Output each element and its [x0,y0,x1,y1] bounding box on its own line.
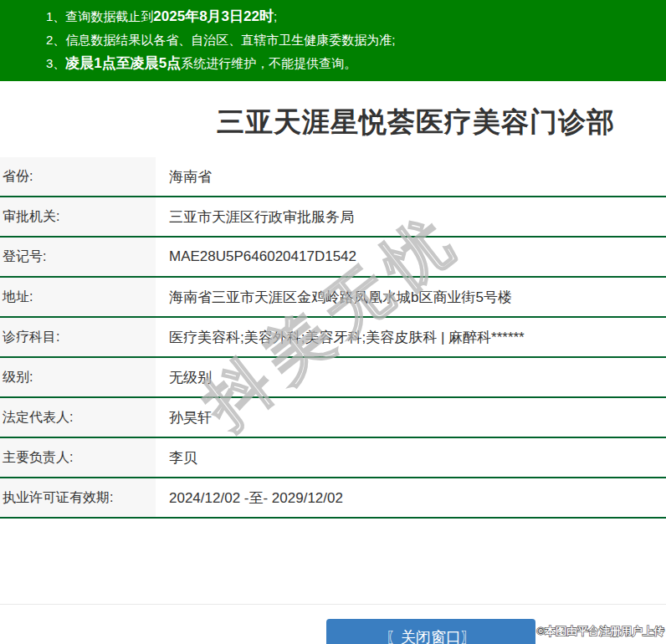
row-value: 医疗美容科;美容外科;美容牙科;美容皮肤科 | 麻醉科****** [156,318,525,356]
row-label: 审批机关: [0,197,156,236]
row-value: 孙昊轩 [156,398,212,437]
row-label: 执业许可证有效期: [0,478,156,517]
table-row-clinical-departments: 诊疗科目: 医疗美容科;美容外科;美容牙科;美容皮肤科 | 麻醉科****** [0,318,666,358]
notice-bold-text: 凌晨1点至凌晨5点 [65,55,181,71]
close-window-button[interactable]: 〖关闭窗口〗 [326,619,535,644]
footer-bar: 〖关闭窗口〗 ©本图由平台注册用户上传 [0,604,666,644]
title-area: 三亚天涯星悦荟医疗美容门诊部 [0,81,666,157]
notice-text: 3、 [46,56,65,70]
page-title: 三亚天涯星悦荟医疗美容门诊部 [217,106,615,137]
table-row-registration-number: 登记号: MAE28U5P646020417D1542 [0,238,666,278]
institution-info-table: 省份: 海南省 审批机关: 三亚市天涯区行政审批服务局 登记号: MAE28U5… [0,157,666,519]
table-row-address: 地址: 海南省三亚市天涯区金鸡岭路凤凰水城b区商业街5号楼 [0,278,666,318]
row-value: 海南省 [156,157,212,196]
row-label: 省份: [0,157,156,196]
notice-line-3: 3、凌晨1点至凌晨5点系统进行维护，不能提供查询。 [46,52,666,75]
row-value: 无级别 [156,358,212,396]
row-value: 三亚市天涯区行政审批服务局 [156,197,354,236]
notice-line-2: 2、信息数据结果以各省、自治区、直辖市卫生健康委数据为准; [46,28,666,52]
upload-credit-text: ©本图由平台注册用户上传 [536,624,664,639]
table-row-level: 级别: 无级别 [0,358,666,398]
table-row-approval-authority: 审批机关: 三亚市天涯区行政审批服务局 [0,197,666,238]
row-label: 级别: [0,358,156,396]
notice-bold-text: 2025年8月3日22时 [153,8,274,24]
row-label: 主要负责人: [0,438,156,477]
table-row-legal-representative: 法定代表人: 孙昊轩 [0,398,666,438]
notice-line-1: 1、查询数据截止到2025年8月3日22时; [46,5,666,28]
table-row-principal: 主要负责人: 李贝 [0,438,666,478]
row-label: 地址: [0,278,156,316]
row-label: 登记号: [0,238,156,276]
table-row-province: 省份: 海南省 [0,157,666,197]
row-value: 2024/12/02 -至- 2029/12/02 [156,478,343,517]
query-result-page: 1、查询数据截止到2025年8月3日22时; 2、信息数据结果以各省、自治区、直… [0,0,666,644]
row-value: 海南省三亚市天涯区金鸡岭路凤凰水城b区商业街5号楼 [156,278,512,316]
notice-text: 1、查询数据截止到 [46,9,153,23]
notice-banner: 1、查询数据截止到2025年8月3日22时; 2、信息数据结果以各省、自治区、直… [0,0,666,81]
table-row-license-validity: 执业许可证有效期: 2024/12/02 -至- 2029/12/02 [0,478,666,519]
row-label: 法定代表人: [0,398,156,437]
notice-text: 2、信息数据结果以各省、自治区、直辖市卫生健康委数据为准; [46,33,396,47]
row-value: MAE28U5P646020417D1542 [156,238,356,276]
notice-text: ; [274,9,277,23]
row-label: 诊疗科目: [0,318,156,356]
row-value: 李贝 [156,438,197,477]
notice-text: 系统进行维护，不能提供查询。 [181,56,356,70]
